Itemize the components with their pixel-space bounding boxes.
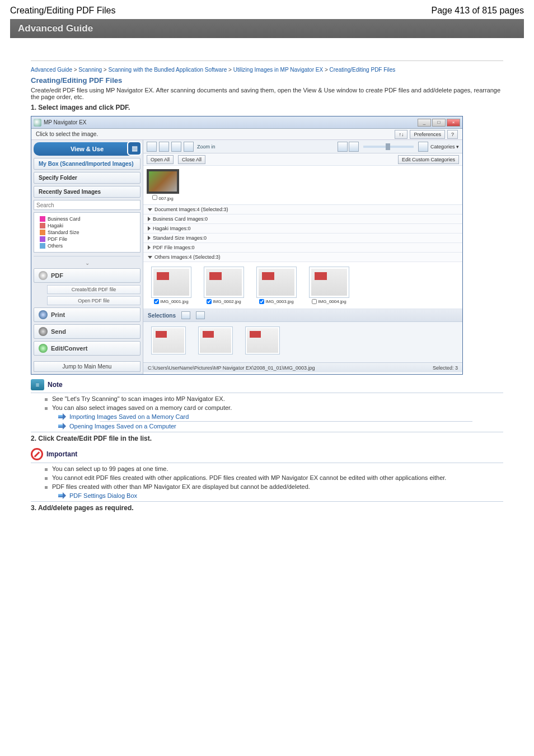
row-standard[interactable]: Standard Size Images:0 xyxy=(143,234,462,243)
minimize-button[interactable]: _ xyxy=(418,119,431,127)
rotate-icon[interactable] xyxy=(171,142,181,152)
edit-convert-button[interactable]: Edit/Convert xyxy=(34,341,140,356)
note-icon: ≡ xyxy=(31,379,44,390)
row-pdffile[interactable]: PDF File Images:0 xyxy=(143,243,462,253)
zoom-out-icon[interactable] xyxy=(338,142,348,152)
img-thumb-1[interactable] xyxy=(151,267,191,298)
scan-switch-icon[interactable]: ▦ xyxy=(127,141,142,156)
send-button[interactable]: Send xyxy=(34,324,140,339)
clear-selection-icon[interactable] xyxy=(196,311,205,319)
sel-thumb-1[interactable] xyxy=(151,326,186,354)
note-bullet-1: See "Let's Try Scanning" to scan images … xyxy=(45,395,503,402)
open-pdf-button[interactable]: Open PDF file xyxy=(47,296,140,305)
status-bar: C:\Users\UserName\Pictures\MP Navigator … xyxy=(143,362,462,372)
imp-bullet-3: PDF files created with other than MP Nav… xyxy=(45,483,503,490)
main-area: Zoom in Categories ▾ Open All Close All … xyxy=(143,140,462,374)
row-document[interactable]: Document Images:4 (Selected:3) xyxy=(143,205,462,214)
crumb-3[interactable]: Utilizing Images in MP Navigator EX xyxy=(233,67,323,73)
arrow-icon xyxy=(58,414,66,419)
img-check-1[interactable] xyxy=(154,299,159,304)
doc-thumb-check[interactable] xyxy=(152,195,157,200)
divider xyxy=(31,60,503,61)
edit-custom-categories-button[interactable]: Edit Custom Categories xyxy=(398,155,459,164)
categories-dropdown[interactable]: Categories ▾ xyxy=(430,144,459,150)
document-thumb-strip: 007.jpg xyxy=(143,166,462,205)
expand-all-icon[interactable] xyxy=(147,142,157,152)
row-business[interactable]: Business Card Images:0 xyxy=(143,214,462,224)
img-thumb-4[interactable] xyxy=(309,267,349,298)
zoom-label: Zoom in xyxy=(197,144,216,150)
pdf-button[interactable]: PDF xyxy=(34,268,140,283)
nav-specify-folder[interactable]: Specify Folder xyxy=(34,172,140,184)
window-title: MP Navigator EX xyxy=(44,119,87,125)
note-bullet-2: You can also select images saved on a me… xyxy=(45,404,503,411)
imp-bullet-2: You cannot edit PDF files created with o… xyxy=(45,474,503,481)
selections-grid xyxy=(143,322,462,362)
toolbar: Zoom in Categories ▾ xyxy=(143,140,462,153)
status-path: C:\Users\UserName\Pictures\MP Navigator … xyxy=(148,365,315,371)
nav-recently-saved[interactable]: Recently Saved Images xyxy=(34,186,140,198)
add-selection-icon[interactable] xyxy=(181,311,190,319)
help-button[interactable]: ? xyxy=(447,130,458,139)
img-thumb-3[interactable] xyxy=(256,267,297,298)
img-check-4[interactable] xyxy=(312,299,317,304)
print-button[interactable]: Print xyxy=(34,307,140,322)
nav-mybox[interactable]: My Box (Scanned/Imported Images) xyxy=(34,158,140,170)
zoom-slider[interactable] xyxy=(363,146,414,148)
breadcrumb: Advanced Guide > Scanning > Scanning wit… xyxy=(31,67,503,73)
link-computer[interactable]: Opening Images Saved on a Computer xyxy=(69,423,176,430)
app-icon xyxy=(34,119,41,127)
grid-icon[interactable] xyxy=(159,142,169,152)
intro-text: Create/edit PDF files using MP Navigator… xyxy=(31,87,503,100)
cat-pdffile[interactable]: PDF File xyxy=(40,236,138,242)
imp-bullet-1: You can select up to 99 pages at one tim… xyxy=(45,465,503,472)
jump-main-menu-button[interactable]: Jump to Main Menu xyxy=(34,361,140,372)
crumb-2[interactable]: Scanning with the Bundled Application So… xyxy=(108,67,227,73)
important-icon xyxy=(31,448,43,460)
view-use-bubble[interactable]: View & Use ▦ xyxy=(34,142,140,156)
close-all-button[interactable]: Close All xyxy=(178,155,205,164)
open-all-button[interactable]: Open All xyxy=(147,155,174,164)
crumb-1[interactable]: Scanning xyxy=(78,67,102,73)
sort-button[interactable]: ↑↓ xyxy=(395,130,407,139)
folder-icon[interactable] xyxy=(418,142,428,152)
doc-thumb[interactable] xyxy=(147,169,179,194)
close-button[interactable]: × xyxy=(447,119,460,127)
page-title-left: Creating/Editing PDF Files xyxy=(10,6,116,16)
cat-business[interactable]: Business Card xyxy=(40,216,138,222)
create-edit-pdf-button[interactable]: Create/Edit PDF file xyxy=(47,285,140,294)
collapse-icon[interactable]: ⌄ xyxy=(34,260,140,266)
mp-navigator-window: MP Navigator EX _ □ × Click to select th… xyxy=(31,116,463,375)
search-input[interactable] xyxy=(34,200,140,210)
category-list: Business Card Hagaki Standard Size PDF F… xyxy=(34,212,140,253)
advanced-guide-banner: Advanced Guide xyxy=(10,19,524,38)
others-grid: IMG_0001.jpg IMG_0002.jpg IMG_0003.jpg I… xyxy=(143,262,462,309)
img-thumb-2[interactable] xyxy=(204,267,244,298)
img-check-2[interactable] xyxy=(207,299,212,304)
row-others[interactable]: Others Images:4 (Selected:3) xyxy=(143,253,462,262)
crumb-0[interactable]: Advanced Guide xyxy=(31,67,72,73)
titlebar: MP Navigator EX _ □ × xyxy=(31,116,462,129)
step-1: 1. Select images and click PDF. xyxy=(31,104,503,111)
img-check-3[interactable] xyxy=(259,299,264,304)
link-memory-card[interactable]: Importing Images Saved on a Memory Card xyxy=(69,413,189,420)
cat-others[interactable]: Others xyxy=(40,243,138,249)
arrow-icon xyxy=(58,423,66,429)
section-title: Creating/Editing PDF Files xyxy=(31,76,503,85)
row-hagaki[interactable]: Hagaki Images:0 xyxy=(143,224,462,234)
sidebar: View & Use ▦ My Box (Scanned/Imported Im… xyxy=(31,140,143,374)
cat-standard[interactable]: Standard Size xyxy=(40,230,138,235)
sel-thumb-3[interactable] xyxy=(245,326,280,354)
link-pdf-settings[interactable]: PDF Settings Dialog Box xyxy=(69,492,137,499)
zoom-icon[interactable] xyxy=(184,142,194,152)
cat-hagaki[interactable]: Hagaki xyxy=(40,223,138,228)
arrow-icon xyxy=(58,493,66,498)
refresh-icon[interactable] xyxy=(349,142,359,152)
preferences-button[interactable]: Preferences xyxy=(410,130,445,139)
crumb-4: Creating/Editing PDF Files xyxy=(330,67,396,73)
step-2: 2. Click Create/Edit PDF file in the lis… xyxy=(31,435,503,442)
hint-text: Click to select the image. xyxy=(36,131,98,137)
selections-header: Selections xyxy=(143,309,462,322)
sel-thumb-2[interactable] xyxy=(198,326,233,354)
maximize-button[interactable]: □ xyxy=(432,119,446,127)
